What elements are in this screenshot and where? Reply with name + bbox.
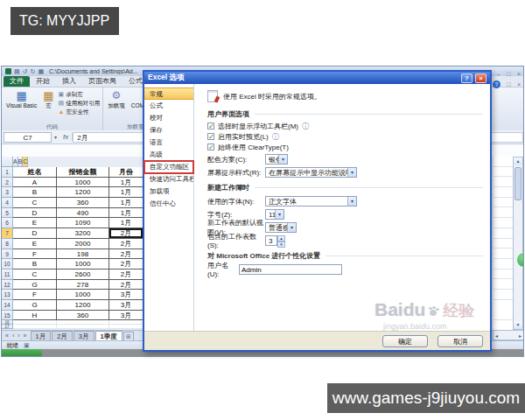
row-header[interactable]: 17 bbox=[2, 325, 13, 329]
dialog-sidebar-item[interactable]: 自定义功能区 bbox=[144, 161, 193, 173]
row-header[interactable]: 8 bbox=[2, 239, 13, 249]
row-header[interactable]: 13 bbox=[2, 290, 13, 300]
stepper-up-icon[interactable]: ▲ bbox=[277, 235, 285, 242]
cell-b[interactable]: 1000 bbox=[57, 259, 109, 270]
relative-references-button[interactable]: ▤ 使用相对引用 bbox=[59, 99, 101, 107]
visual-basic-button[interactable]: ▦ Visual Basic bbox=[4, 89, 38, 109]
window-close-icon[interactable]: × bbox=[517, 70, 521, 78]
cell-c[interactable]: 1月 bbox=[109, 198, 144, 208]
tooltip-style-dropdown[interactable]: 在屏幕提示中显示功能说明 ▾ bbox=[265, 167, 357, 178]
scroll-right-icon[interactable]: ▸ bbox=[519, 332, 522, 339]
name-box-dropdown-icon[interactable]: ▾ bbox=[52, 134, 60, 140]
dialog-sidebar-item[interactable]: 快速访问工具栏 bbox=[144, 173, 193, 186]
cell-c[interactable]: 1月 bbox=[109, 208, 144, 219]
name-box[interactable]: C7 bbox=[4, 132, 52, 143]
ribbon-tab[interactable]: 开始 bbox=[30, 76, 56, 87]
cell-c[interactable]: 2月 bbox=[109, 259, 144, 270]
ribbon-tab[interactable]: 插入 bbox=[56, 76, 82, 87]
cell-b[interactable]: 报销金额 bbox=[57, 167, 109, 178]
chevron-down-icon[interactable]: ▾ bbox=[347, 197, 356, 206]
cell-a[interactable]: E bbox=[13, 239, 57, 249]
cell-c[interactable]: 1月 bbox=[109, 178, 144, 188]
sheet-tab[interactable]: 2月 bbox=[52, 331, 73, 340]
cell-b[interactable]: 2000 bbox=[57, 239, 109, 249]
dialog-help-button[interactable]: ? bbox=[461, 74, 472, 83]
dialog-sidebar-item[interactable]: 校对 bbox=[144, 112, 193, 124]
dialog-sidebar-item[interactable]: 信任中心 bbox=[144, 198, 193, 210]
cell-c[interactable]: 2月 bbox=[109, 239, 144, 249]
undo-icon[interactable]: ↺ bbox=[23, 68, 28, 74]
row-header[interactable]: 6 bbox=[2, 218, 13, 228]
cell-c[interactable]: 1月 bbox=[109, 187, 144, 198]
cell-c[interactable]: 3月 bbox=[109, 290, 144, 300]
cell-c[interactable]: 3月 bbox=[109, 300, 144, 311]
help-icon[interactable]: ? bbox=[493, 80, 500, 88]
cell-a[interactable] bbox=[13, 325, 57, 329]
dialog-sidebar-item[interactable]: 高级 bbox=[144, 149, 193, 161]
row-header[interactable]: 10 bbox=[2, 259, 13, 270]
cell-a[interactable]: F bbox=[13, 290, 57, 300]
ok-button[interactable]: 确定 bbox=[382, 335, 428, 347]
cell-b[interactable]: 198 bbox=[57, 249, 109, 260]
workbook-close-icon[interactable]: × bbox=[517, 80, 521, 88]
scroll-left-icon[interactable]: ◂ bbox=[495, 332, 498, 339]
username-input[interactable] bbox=[239, 264, 342, 275]
chevron-down-icon[interactable]: ▾ bbox=[287, 223, 296, 232]
sheet-nav-last-icon[interactable]: » bbox=[22, 331, 29, 340]
row-header[interactable]: 15 bbox=[2, 311, 13, 321]
font-size-dropdown[interactable]: 11 ▾ bbox=[265, 209, 284, 220]
save-icon[interactable]: ▤ bbox=[14, 68, 20, 74]
chevron-down-icon[interactable]: ▾ bbox=[275, 210, 284, 219]
checkbox-checked-icon[interactable]: ✓ bbox=[207, 144, 214, 150]
cell-b[interactable]: 2600 bbox=[57, 270, 109, 280]
cell-a[interactable]: B bbox=[13, 259, 57, 270]
cell-b[interactable]: 1000 bbox=[57, 290, 109, 300]
cell-c[interactable]: 2月 bbox=[109, 280, 144, 290]
insert-sheet-icon[interactable]: ⊞ bbox=[123, 332, 134, 340]
cell-c[interactable]: 2月 bbox=[109, 270, 144, 280]
cell-a[interactable]: D bbox=[13, 208, 57, 219]
workbook-restore-icon[interactable]: □ bbox=[507, 80, 510, 88]
addins-button[interactable]: ⚙ 加载项 bbox=[106, 89, 127, 111]
cell-a[interactable]: G bbox=[13, 280, 57, 290]
row-header[interactable]: 11 bbox=[2, 270, 13, 280]
ribbon-tab[interactable]: 页面布局 bbox=[82, 76, 122, 87]
checkbox-checked-icon[interactable]: ✓ bbox=[207, 122, 214, 130]
sheet-tab[interactable]: 1月 bbox=[31, 331, 52, 340]
cell-c[interactable]: 3月 bbox=[109, 311, 144, 321]
checkbox-checked-icon[interactable]: ✓ bbox=[207, 133, 214, 140]
dialog-sidebar-item[interactable]: 语言 bbox=[144, 136, 193, 149]
cell-b[interactable]: 3200 bbox=[57, 228, 109, 239]
cell-a[interactable]: A bbox=[13, 178, 57, 188]
chevron-down-icon[interactable]: ▾ bbox=[278, 155, 287, 164]
chevron-down-icon[interactable]: ▾ bbox=[347, 168, 356, 177]
row-header[interactable]: 2 bbox=[2, 178, 13, 188]
cell-b[interactable]: 1200 bbox=[57, 300, 109, 311]
row-header[interactable]: 7 bbox=[2, 228, 13, 239]
cell-c[interactable]: 月份 bbox=[109, 167, 144, 178]
row-header[interactable]: 5 bbox=[2, 208, 13, 219]
column-header[interactable]: C bbox=[23, 157, 28, 167]
insert-function-icon[interactable]: fx bbox=[60, 133, 73, 141]
print-preview-icon[interactable]: ▦ bbox=[38, 68, 44, 74]
default-view-dropdown[interactable]: 普通视图 ▾ bbox=[265, 222, 297, 233]
row-header[interactable]: 12 bbox=[2, 280, 13, 290]
cell-c[interactable]: 2月 bbox=[109, 228, 144, 239]
macro-record-status-icon[interactable]: ▣ bbox=[24, 341, 30, 349]
cell-b[interactable]: 490 bbox=[57, 208, 109, 219]
row-header[interactable]: 4 bbox=[2, 198, 13, 208]
cell-a[interactable]: D bbox=[13, 228, 57, 239]
row-header[interactable]: 1 bbox=[2, 167, 13, 178]
cell-b[interactable] bbox=[57, 325, 109, 329]
cell-a[interactable]: G bbox=[13, 300, 57, 311]
cell-b[interactable]: 1000 bbox=[57, 178, 109, 188]
cell-a[interactable]: B bbox=[13, 187, 57, 198]
sheet-nav-first-icon[interactable]: « bbox=[4, 331, 10, 340]
cell-b[interactable]: 360 bbox=[57, 311, 109, 321]
scroll-up-icon[interactable]: ▲ bbox=[514, 158, 522, 165]
start-button[interactable] bbox=[2, 349, 42, 357]
sheet-tab[interactable]: 3月 bbox=[74, 331, 94, 340]
sheet-tab[interactable]: 1季度 bbox=[95, 331, 122, 340]
color-scheme-dropdown[interactable]: 银色 ▾ bbox=[265, 154, 288, 164]
dialog-sidebar-item[interactable]: 加载项 bbox=[144, 186, 193, 198]
